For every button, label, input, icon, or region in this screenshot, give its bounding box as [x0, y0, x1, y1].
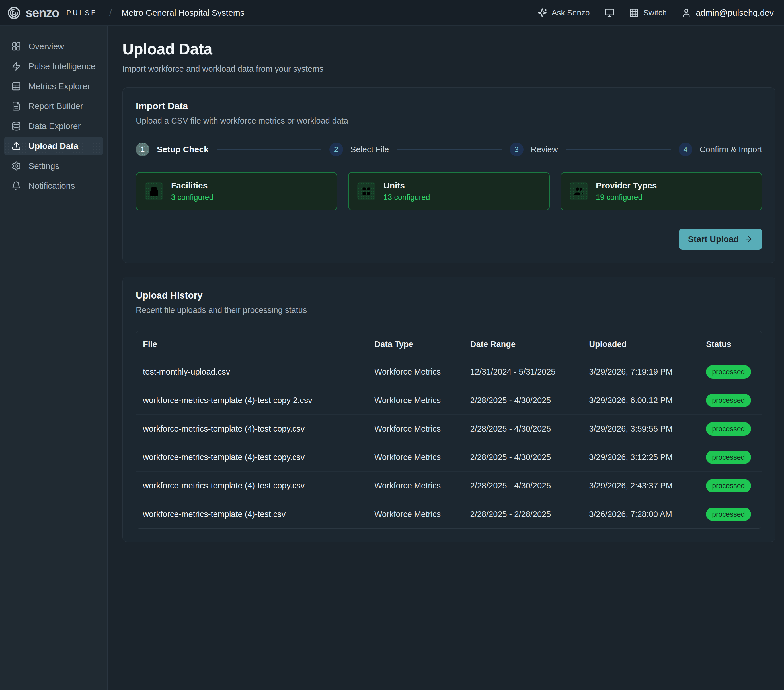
cell-data-type: Workforce Metrics: [367, 472, 463, 500]
import-stepper: 1 Setup Check 2 Select File 3 Review 4 C…: [136, 143, 762, 156]
cell-status: processed: [699, 443, 762, 472]
cell-data-type: Workforce Metrics: [367, 358, 463, 386]
bell-icon: [12, 181, 21, 191]
gear-icon: [12, 161, 21, 171]
status-badge: processed: [706, 394, 751, 407]
check-status: 3 configured: [171, 193, 214, 202]
cell-status: processed: [699, 386, 762, 415]
column-header-status: Status: [699, 331, 762, 358]
status-badge: processed: [706, 451, 751, 464]
step-label: Confirm & Import: [700, 145, 762, 154]
monitor-icon: [604, 8, 614, 18]
step-confirm-import: 4 Confirm & Import: [679, 143, 762, 156]
main-content: Upload Data Import workforce and workloa…: [108, 26, 784, 690]
cell-file: workforce-metrics-template (4)-test copy…: [136, 415, 367, 443]
ask-senzo-button[interactable]: Ask Senzo: [537, 8, 590, 18]
step-label: Setup Check: [157, 145, 209, 154]
status-badge: processed: [706, 479, 751, 492]
cell-date-range: 2/28/2025 - 4/30/2025: [463, 415, 583, 443]
column-header-file: File: [136, 331, 367, 358]
sidebar-item-label: Metrics Explorer: [28, 81, 90, 91]
upload-history-card: Upload History Recent file uploads and t…: [122, 277, 776, 542]
brand-area: senzo PULSE / Metro General Hospital Sys…: [7, 6, 245, 20]
switch-button[interactable]: Switch: [629, 8, 667, 18]
step-connector: [566, 149, 671, 150]
column-header-data-type: Data Type: [367, 331, 463, 358]
sidebar-item-metrics-explorer[interactable]: Metrics Explorer: [4, 77, 103, 96]
sidebar-item-data-explorer[interactable]: Data Explorer: [4, 117, 103, 135]
upload-history-table: File Data Type Date Range Uploaded Statu…: [136, 331, 762, 529]
topbar-actions: Ask Senzo Switch: [537, 8, 774, 18]
cell-status: processed: [699, 358, 762, 386]
sidebar-item-label: Data Explorer: [28, 121, 81, 131]
check-status: 13 configured: [384, 193, 430, 202]
status-badge: processed: [706, 365, 751, 379]
users-icon: [570, 182, 588, 200]
account-menu[interactable]: admin@pulsehq.dev: [682, 8, 774, 18]
check-card-text: Units 13 configured: [384, 181, 430, 202]
check-status: 19 configured: [596, 193, 657, 202]
step-number: 2: [329, 143, 343, 156]
user-icon: [682, 8, 691, 18]
cell-status: processed: [699, 472, 762, 500]
facilities-check-card: Facilities 3 configured: [136, 172, 337, 210]
start-upload-button[interactable]: Start Upload: [679, 229, 762, 250]
step-number: 4: [679, 143, 692, 156]
table-row[interactable]: workforce-metrics-template (4)-test copy…: [136, 415, 762, 443]
import-data-card: Import Data Upload a CSV file with workf…: [122, 87, 776, 263]
cell-uploaded: 3/29/2026, 6:00:12 PM: [582, 386, 699, 415]
database-icon: [12, 121, 21, 131]
setup-check-cards: Facilities 3 configured Units 13 configu…: [136, 172, 762, 210]
breadcrumb-org-name: Metro General Hospital Systems: [122, 8, 245, 18]
table-row[interactable]: workforce-metrics-template (4)-test copy…: [136, 472, 762, 500]
check-title: Facilities: [171, 181, 214, 191]
sidebar-item-label: Pulse Intelligence: [28, 61, 96, 71]
cell-status: processed: [699, 415, 762, 443]
cell-date-range: 12/31/2024 - 5/31/2025: [463, 358, 583, 386]
cell-file: workforce-metrics-template (4)-test.csv: [136, 500, 367, 529]
cell-uploaded: 3/29/2026, 3:12:25 PM: [582, 443, 699, 472]
step-connector: [217, 149, 321, 150]
sidebar-item-notifications[interactable]: Notifications: [4, 176, 103, 195]
table-row[interactable]: workforce-metrics-template (4)-test copy…: [136, 386, 762, 415]
page-title: Upload Data: [122, 40, 776, 58]
step-label: Select File: [351, 145, 389, 154]
cell-status: processed: [699, 500, 762, 529]
sidebar-item-report-builder[interactable]: Report Builder: [4, 97, 103, 115]
cell-uploaded: 3/29/2026, 7:19:19 PM: [582, 358, 699, 386]
column-header-date-range: Date Range: [463, 331, 583, 358]
table-row[interactable]: workforce-metrics-template (4)-test.csv …: [136, 500, 762, 529]
table-icon: [12, 81, 21, 91]
cell-data-type: Workforce Metrics: [367, 415, 463, 443]
grid-icon: [629, 8, 639, 18]
step-number: 3: [510, 143, 524, 156]
account-email: admin@pulsehq.dev: [696, 8, 774, 18]
cell-data-type: Workforce Metrics: [367, 443, 463, 472]
top-header: senzo PULSE / Metro General Hospital Sys…: [0, 0, 784, 26]
cell-date-range: 2/28/2025 - 4/30/2025: [463, 443, 583, 472]
layout-grid-icon: [357, 182, 376, 200]
provider-types-check-card: Provider Types 19 configured: [560, 172, 762, 210]
logo-wordmark: senzo: [26, 6, 59, 20]
sidebar-item-overview[interactable]: Overview: [4, 37, 103, 56]
cell-uploaded: 3/26/2026, 7:28:00 AM: [582, 500, 699, 529]
breadcrumb-separator: /: [109, 7, 112, 18]
check-card-text: Provider Types 19 configured: [596, 181, 657, 202]
sidebar-item-pulse-intelligence[interactable]: Pulse Intelligence: [4, 57, 103, 76]
table-row[interactable]: workforce-metrics-template (4)-test copy…: [136, 443, 762, 472]
overview-icon: [12, 41, 21, 51]
table-row[interactable]: test-monthly-upload.csv Workforce Metric…: [136, 358, 762, 386]
upload-action-row: Start Upload: [136, 229, 762, 250]
page-subtitle: Import workforce and workload data from …: [122, 64, 776, 74]
sidebar-item-settings[interactable]: Settings: [4, 156, 103, 175]
sidebar-item-label: Upload Data: [28, 141, 78, 151]
step-number: 1: [136, 143, 150, 156]
sidebar-item-label: Report Builder: [28, 101, 83, 111]
step-review: 3 Review: [510, 143, 558, 156]
sidebar-item-upload-data[interactable]: Upload Data: [4, 137, 103, 155]
step-select-file: 2 Select File: [329, 143, 389, 156]
display-mode-button[interactable]: [604, 8, 614, 18]
cell-date-range: 2/28/2025 - 2/28/2025: [463, 500, 583, 529]
cell-data-type: Workforce Metrics: [367, 386, 463, 415]
start-upload-label: Start Upload: [688, 234, 739, 244]
